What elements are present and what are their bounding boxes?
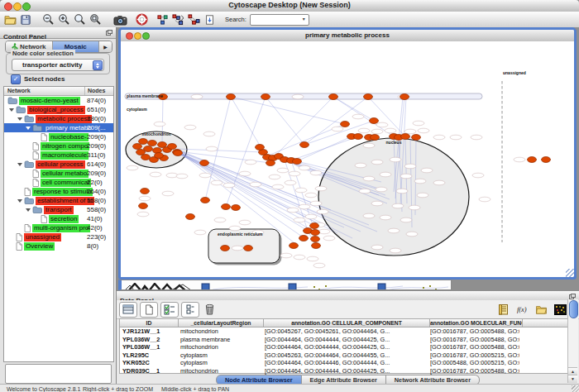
tree-row[interactable]: unassigned223(0) (4, 232, 113, 241)
new-attribute-icon[interactable] (140, 302, 158, 318)
graph-node[interactable] (412, 135, 421, 141)
tree-row[interactable]: multi-organism pro42(0) (4, 223, 113, 232)
graph-node[interactable] (155, 153, 164, 159)
graph-node[interactable] (256, 145, 265, 151)
column-header[interactable]: annotation.GO CELLULAR_COMPONENT (264, 319, 430, 327)
tree-row[interactable]: transport558(0) (4, 205, 113, 214)
background-window-strip[interactable] (118, 280, 452, 290)
column-header[interactable] (523, 319, 568, 327)
graph-node[interactable] (201, 198, 210, 203)
dropdown-stepper-icon[interactable] (93, 60, 103, 70)
collapse-network-icon[interactable] (187, 12, 201, 26)
graph-node[interactable] (227, 94, 236, 100)
tree-row[interactable]: establishment of lo558(0) (4, 196, 113, 205)
graph-node[interactable] (341, 122, 350, 127)
graph-node[interactable] (222, 204, 231, 210)
graph-node[interactable] (370, 118, 379, 124)
graph-node[interactable] (542, 157, 551, 163)
graph-node[interactable] (139, 203, 148, 209)
graph-node[interactable] (261, 94, 270, 100)
help-ring-icon[interactable] (135, 12, 149, 26)
frame-resize-grip[interactable] (566, 269, 574, 277)
tree-row[interactable]: biological_process651(0) (4, 105, 113, 114)
formula-builder-icon[interactable]: f(x) (514, 303, 529, 317)
float-panel-icon[interactable] (106, 30, 112, 36)
search-input[interactable]: ▾ (250, 14, 309, 26)
tree-expander-icon[interactable] (26, 127, 31, 130)
graph-node[interactable] (186, 214, 195, 220)
graph-node[interactable] (244, 246, 253, 251)
table-row[interactable]: YDR039C__1mitochondrion[GO:0044464, GO:0… (120, 367, 574, 375)
tree-expander-icon[interactable] (17, 117, 22, 121)
network-window-titlebar[interactable]: primary metabolic process (121, 30, 574, 42)
graph-node[interactable] (136, 150, 146, 155)
zoom-in-icon[interactable] (57, 12, 71, 26)
graph-node[interactable] (174, 151, 183, 156)
tree-expander-icon[interactable] (17, 199, 22, 203)
tree-expander-icon[interactable] (17, 163, 22, 166)
tab-overflow-arrow[interactable]: ▶ (99, 41, 112, 52)
tree-row[interactable]: response to stimulu264(0) (4, 187, 113, 196)
graph-node[interactable] (364, 94, 373, 100)
tree-row[interactable]: nucleobase-209(0) (4, 132, 113, 141)
tree-expander-icon[interactable] (9, 108, 14, 112)
tree-row[interactable]: cell communicat22(0) (4, 178, 113, 187)
graph-node[interactable] (221, 246, 230, 251)
column-header[interactable]: _cellularLayoutRegion (179, 319, 264, 327)
camera-icon[interactable] (113, 12, 127, 26)
table-scrollbar[interactable]: ▲ ▼ (567, 299, 578, 383)
column-header[interactable]: annotation.GO MOLECULAR_FUNCTION (430, 319, 523, 327)
open-file-icon[interactable] (534, 303, 548, 317)
graph-node[interactable] (400, 94, 409, 100)
graph-node[interactable] (148, 141, 157, 146)
vizmapper-icon[interactable] (156, 12, 170, 26)
expand-network-icon[interactable] (171, 12, 185, 26)
app-resize-grip[interactable] (572, 385, 579, 392)
graph-node[interactable] (371, 135, 380, 141)
matrix-view-icon[interactable] (553, 303, 567, 317)
import-table-icon[interactable] (495, 303, 510, 317)
graph-node[interactable] (266, 160, 275, 166)
zoom-out-icon[interactable] (41, 12, 55, 26)
tree-header[interactable]: Network Nodes (4, 87, 113, 96)
tree-row[interactable]: secretion41(0) (4, 214, 113, 223)
graph-node[interactable] (528, 157, 537, 163)
graph-node[interactable] (329, 94, 338, 100)
select-nodes-checkbox[interactable]: ✓ (11, 74, 21, 84)
graph-node[interactable] (300, 142, 309, 148)
float-panel-icon[interactable] (569, 294, 576, 299)
graph-node[interactable] (299, 236, 309, 241)
scrollbar-thumb[interactable] (569, 300, 578, 318)
annotation-icon[interactable] (203, 12, 217, 26)
graph-node[interactable] (311, 230, 320, 236)
zoom-fit-icon[interactable] (73, 12, 87, 26)
graph-node[interactable] (290, 243, 299, 249)
tree-expander-icon[interactable] (26, 208, 31, 212)
open-folder-icon[interactable] (3, 12, 17, 26)
tree-row[interactable]: macromolecule311(0) (4, 151, 113, 160)
graph-node[interactable] (139, 139, 148, 145)
graph-node[interactable] (133, 144, 142, 150)
tree-row[interactable]: metabolic process280(0) (4, 114, 113, 123)
table-row[interactable]: YLR295Ccytoplasm[GO:0045263, GO:0044464,… (120, 351, 574, 360)
tree-row[interactable]: nitrogen compo209(0) (4, 141, 113, 151)
graph-node[interactable] (293, 159, 302, 165)
unselect-attributes-icon[interactable] (181, 302, 199, 318)
tree-row[interactable]: cellular metabo209(0) (4, 169, 113, 178)
delete-attribute-icon[interactable] (202, 302, 217, 316)
birdseye-view[interactable] (5, 364, 112, 384)
graph-node[interactable] (401, 134, 410, 140)
graph-node[interactable] (312, 243, 321, 249)
node-color-dropdown[interactable]: transporter activity (12, 59, 104, 71)
tree-row[interactable]: Overview8(0) (4, 241, 113, 251)
tree-row[interactable]: primary metabo209(... (4, 123, 113, 132)
table-row[interactable]: YPL036W__1mitochondrion[GO:0044464, GO:0… (120, 343, 574, 351)
zoom-selected-icon[interactable] (89, 12, 103, 26)
table-row[interactable]: YKR052Ccytoplasm[GO:0044464, GO:0044446,… (120, 359, 574, 367)
select-attributes-icon[interactable] (160, 302, 179, 318)
graph-node[interactable] (200, 160, 209, 166)
graph-node[interactable] (310, 223, 319, 229)
table-row[interactable]: YPL036W__2plasma membrane[GO:0044464, GO… (120, 336, 574, 344)
graph-node[interactable] (168, 144, 177, 150)
graph-node[interactable] (311, 237, 320, 242)
